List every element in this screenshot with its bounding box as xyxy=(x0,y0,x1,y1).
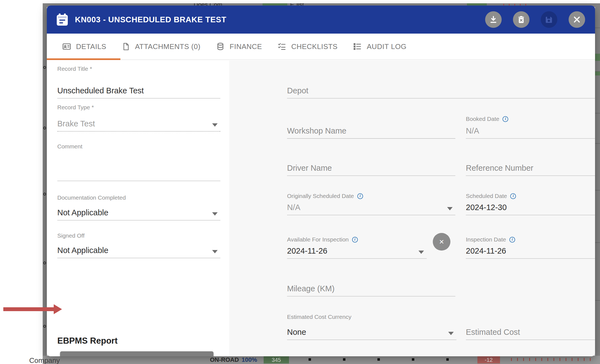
background-glyph xyxy=(43,66,46,69)
download-icon xyxy=(489,15,498,24)
tab-checklists[interactable]: CHECKLISTS xyxy=(277,42,337,51)
scheduled-date-value: 2024-12-30 xyxy=(466,203,507,212)
file-icon xyxy=(122,42,130,51)
chevron-down-icon xyxy=(418,251,424,254)
chevron-down-icon xyxy=(212,123,218,127)
save-button[interactable] xyxy=(541,11,557,28)
driver-name-placeholder: Driver Name xyxy=(287,164,332,173)
dimmed-background-bottom: ON-ROAD 100% 345 -12 xyxy=(43,356,600,364)
info-icon[interactable]: i xyxy=(510,193,516,199)
tab-bar: DETAILS ATTACHMENTS (0) FINANCE xyxy=(47,34,595,60)
comment-field[interactable]: Comment xyxy=(57,143,220,181)
event-note-icon xyxy=(57,13,68,26)
inspection-date-value: 2024-11-26 xyxy=(466,246,506,256)
background-glyph xyxy=(43,127,46,129)
checklist-icon xyxy=(277,42,286,51)
booked-date-select[interactable]: Booked Date i N/A xyxy=(466,116,595,139)
originally-scheduled-date-value: N/A xyxy=(287,203,300,212)
estimated-cost-input[interactable]: Estimated Cost xyxy=(466,323,595,340)
scheduled-date-select[interactable]: Scheduled Date i 2024-12-30 xyxy=(466,193,595,215)
record-title-field[interactable]: Record Title * Unscheduled Brake Test xyxy=(57,66,220,99)
signed-off-select[interactable]: Signed Off Not Applicable xyxy=(57,232,220,258)
documentation-completed-select[interactable]: Documentation Completed Not Applicable xyxy=(57,194,220,221)
list-icon xyxy=(353,42,362,51)
originally-scheduled-date-select[interactable]: Originally Scheduled Date i N/A xyxy=(287,193,455,215)
tab-attachments[interactable]: ATTACHMENTS (0) xyxy=(122,42,201,51)
background-row-label: ON-ROAD xyxy=(210,356,239,363)
comment-label: Comment xyxy=(57,143,82,150)
reference-number-placeholder: Reference Number xyxy=(466,164,533,173)
background-glyph xyxy=(43,193,46,195)
modal-content: Record Title * Unscheduled Brake Test Re… xyxy=(47,61,595,356)
reset-ebpms-system-button[interactable]: RESET EBPMS SYSTEM xyxy=(60,351,213,356)
mileage-input[interactable]: Mileage (KM) xyxy=(287,279,455,297)
save-icon xyxy=(545,15,553,24)
background-glyph xyxy=(43,262,46,264)
record-title-label: Record Title * xyxy=(57,66,92,72)
ebpms-report-heading: EBPMS Report xyxy=(57,336,118,346)
close-button[interactable] xyxy=(569,11,585,28)
close-icon xyxy=(573,15,581,24)
screen: Does Com F..list ON-ROAD 100% 345 xyxy=(0,0,600,364)
info-icon[interactable]: i xyxy=(352,237,358,243)
record-type-label: Record Type * xyxy=(57,104,94,111)
available-for-inspection-label: Available For Inspection i xyxy=(287,236,358,243)
chevron-down-icon xyxy=(448,332,454,335)
background-table-cell: 345 xyxy=(264,356,289,363)
chevron-down-icon xyxy=(447,207,453,210)
modal-header: KN003 - UNSCHEDULED BRAKE TEST xyxy=(47,6,595,34)
contact-card-icon xyxy=(62,42,71,51)
tab-details[interactable]: DETAILS xyxy=(62,42,106,51)
depot-select[interactable]: Depot xyxy=(287,82,595,99)
info-icon[interactable]: i xyxy=(509,237,515,243)
documentation-completed-value: Not Applicable xyxy=(57,208,108,217)
available-for-inspection-select[interactable]: Available For Inspection i 2024-11-26 xyxy=(287,236,427,259)
download-button[interactable] xyxy=(485,11,502,28)
record-title-value: Unscheduled Brake Test xyxy=(57,86,144,95)
estimated-cost-currency-value: None xyxy=(287,328,306,337)
annotation-arrow xyxy=(3,304,62,314)
signed-off-value: Not Applicable xyxy=(57,246,108,255)
info-icon[interactable]: i xyxy=(502,116,508,122)
workshop-name-placeholder: Workshop Name xyxy=(287,126,346,135)
delete-icon xyxy=(517,15,525,24)
chevron-down-icon xyxy=(212,250,218,253)
driver-name-input[interactable]: Driver Name xyxy=(287,159,455,176)
delete-button[interactable] xyxy=(513,11,529,28)
header-actions xyxy=(485,11,585,28)
available-for-inspection-value: 2024-11-26 xyxy=(287,246,327,256)
depot-placeholder: Depot xyxy=(287,86,308,95)
tab-label: CHECKLISTS xyxy=(291,42,337,51)
details-left-panel: Record Title * Unscheduled Brake Test Re… xyxy=(47,61,229,356)
active-tab-indicator xyxy=(47,58,120,60)
estimated-cost-currency-select[interactable]: Estimated Cost Currency None xyxy=(287,314,456,340)
tab-label: DETAILS xyxy=(76,42,106,51)
tab-label: ATTACHMENTS (0) xyxy=(135,42,201,51)
background-glyph xyxy=(43,325,46,328)
inspection-date-label: Inspection Date i xyxy=(466,236,515,243)
estimated-cost-placeholder: Estimated Cost xyxy=(466,328,520,337)
signed-off-label: Signed Off xyxy=(57,232,85,239)
inspection-date-select[interactable]: Inspection Date i 2024-11-26 xyxy=(466,236,595,259)
tab-label: AUDIT LOG xyxy=(367,42,406,51)
chevron-down-icon xyxy=(212,212,218,216)
clear-available-for-inspection-button[interactable]: × xyxy=(433,233,450,251)
background-table-cell: -12 xyxy=(477,356,500,363)
mileage-placeholder: Mileage (KM) xyxy=(287,284,334,293)
reference-number-input[interactable]: Reference Number xyxy=(466,159,595,176)
workshop-name-input[interactable]: Workshop Name xyxy=(287,122,455,139)
background-percent: 100% xyxy=(242,356,257,363)
tab-finance[interactable]: FINANCE xyxy=(216,42,262,51)
booked-date-label: Booked Date i xyxy=(466,116,508,122)
booked-date-value: N/A xyxy=(466,126,479,135)
dimmed-background-right xyxy=(595,3,600,361)
record-type-field[interactable]: Record Type * Brake Test xyxy=(57,104,220,132)
tab-label: FINANCE xyxy=(230,42,262,51)
documentation-completed-label: Documentation Completed xyxy=(57,194,126,201)
tab-audit-log[interactable]: AUDIT LOG xyxy=(353,42,406,51)
record-type-value: Brake Test xyxy=(57,119,95,128)
modal-title: KN003 - UNSCHEDULED BRAKE TEST xyxy=(75,15,226,24)
originally-scheduled-date-label: Originally Scheduled Date i xyxy=(287,193,363,199)
estimated-cost-currency-label: Estimated Cost Currency xyxy=(287,314,351,320)
info-icon[interactable]: i xyxy=(357,193,363,199)
